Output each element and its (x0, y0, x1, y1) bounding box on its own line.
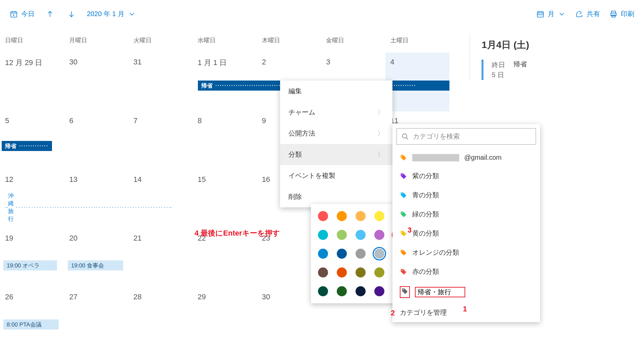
tag-icon (400, 154, 407, 161)
color-swatch[interactable] (318, 211, 328, 221)
color-swatch[interactable] (318, 249, 328, 259)
category-search[interactable]: カテゴリを検索 (396, 128, 536, 145)
date-number: 19 (5, 234, 13, 242)
contextmenu-item-編集[interactable]: 編集 (280, 81, 392, 102)
color-swatch[interactable] (356, 230, 366, 240)
calendar-cell[interactable]: 12 月 29 日 (0, 53, 64, 111)
svg-rect-1 (537, 12, 543, 17)
color-swatch[interactable] (356, 249, 366, 259)
color-swatch[interactable] (318, 286, 328, 296)
contextmenu-label: 編集 (288, 87, 302, 96)
calendar-cell[interactable]: 14 (128, 170, 193, 229)
color-swatch[interactable] (374, 267, 384, 278)
contextmenu-item-分類[interactable]: 分類〉 (280, 144, 392, 165)
redacted-email (412, 154, 459, 161)
calendar-cell[interactable]: 15 (193, 170, 257, 229)
view-selector[interactable]: 月 (532, 7, 571, 21)
date-number: 9 (262, 116, 266, 125)
annotation-3: 3 (408, 226, 412, 235)
calendar-cell[interactable]: 20 (64, 229, 128, 288)
today-icon (10, 10, 18, 18)
tag-icon (400, 211, 407, 218)
color-swatch[interactable] (374, 230, 384, 240)
color-swatch[interactable] (318, 267, 328, 278)
category-item[interactable]: 青の分類 (392, 186, 540, 205)
event-detail-panel: 1月4日 (土) 終日 5 日 帰省 (470, 34, 627, 80)
calendar-cell[interactable]: 7 (128, 111, 193, 170)
color-swatch[interactable] (337, 286, 347, 296)
color-swatch[interactable] (337, 211, 347, 221)
share-button[interactable]: 共有 (571, 7, 605, 21)
color-swatch[interactable] (374, 211, 384, 221)
calendar-cell[interactable]: 28 (128, 288, 193, 346)
category-new-row[interactable] (392, 281, 540, 303)
detail-date: 1月4日 (土) (482, 39, 627, 51)
category-label: 緑の分類 (412, 210, 439, 219)
print-button[interactable]: 印刷 (605, 7, 639, 21)
calendar-cell[interactable]: 26 (0, 288, 64, 346)
calendar-cell[interactable]: 29 (193, 288, 257, 346)
color-swatch[interactable] (318, 230, 328, 240)
svg-rect-2 (611, 11, 615, 13)
date-number: 3 (326, 58, 330, 66)
event-title: 19:00 食事会 (71, 262, 104, 269)
color-swatch[interactable] (337, 230, 347, 240)
event-kisei-2[interactable]: 帰省 (2, 141, 52, 151)
calendar-cell[interactable]: 13 (64, 170, 128, 229)
date-number: 31 (133, 58, 142, 66)
color-swatch[interactable] (374, 286, 384, 296)
calendar-cell[interactable]: 8 (193, 111, 257, 170)
calendar-cell[interactable]: 27 (64, 288, 128, 346)
chevron-down-icon (558, 10, 566, 18)
date-number: 30 (262, 293, 270, 301)
color-swatch[interactable] (374, 249, 384, 259)
svg-point-9 (401, 212, 402, 213)
calendar-cell[interactable]: 19 (0, 229, 64, 288)
color-swatch[interactable] (356, 267, 366, 278)
contextmenu-label: 削除 (288, 192, 302, 201)
calendar-cell[interactable]: 30 (64, 53, 128, 111)
date-number: 1 月 1 日 (198, 58, 227, 67)
category-item[interactable]: 緑の分類 (392, 205, 540, 224)
calendar-toolbar: 今日 2020 年 1 月 月 共有 印刷 (0, 0, 644, 28)
event-okinawa[interactable]: 沖縄旅行 ···································… (2, 202, 121, 212)
category-item[interactable]: 赤の分類 (392, 262, 540, 281)
date-number: 30 (69, 58, 77, 66)
contextmenu-item-公開方法[interactable]: 公開方法〉 (280, 123, 392, 144)
contextmenu-item-チャーム[interactable]: チャーム〉 (280, 102, 392, 123)
svg-point-6 (401, 156, 402, 157)
color-swatch[interactable] (337, 249, 347, 259)
calendar-cell[interactable]: 6 (64, 111, 128, 170)
new-category-input[interactable] (415, 287, 465, 297)
color-swatch[interactable] (337, 267, 347, 278)
today-button[interactable]: 今日 (5, 7, 39, 21)
contextmenu-item-イベントを複製[interactable]: イベントを複製 (280, 165, 392, 186)
category-account[interactable]: @gmail.com (392, 149, 540, 166)
event-context-menu: 編集チャーム〉公開方法〉分類〉イベントを複製削除 (280, 81, 392, 207)
category-item[interactable]: オレンジの分類 (392, 243, 540, 262)
event-opera[interactable]: 19:00 オペラ (3, 260, 57, 270)
event-dinner[interactable]: 19:00 食事会 (68, 260, 123, 270)
month-selector[interactable]: 2020 年 1 月 (82, 7, 141, 21)
share-icon (575, 10, 583, 18)
category-label: 黄の分類 (412, 229, 439, 238)
weekday-header: 土曜日 (385, 28, 449, 53)
category-item[interactable]: 紫の分類 (392, 166, 540, 186)
detail-row[interactable]: 終日 5 日 帰省 (482, 60, 627, 80)
new-category-tag[interactable] (400, 286, 410, 298)
color-swatch[interactable] (356, 211, 366, 221)
weekday-header: 金曜日 (321, 28, 385, 53)
calendar-cell[interactable]: 21 (128, 229, 193, 288)
svg-point-12 (401, 270, 402, 271)
category-item[interactable]: 黄の分類 (392, 224, 540, 243)
calendar-cell[interactable]: 31 (128, 53, 193, 111)
svg-point-10 (401, 232, 402, 233)
date-number: 13 (69, 175, 77, 184)
share-label: 共有 (587, 9, 600, 18)
next-month-button[interactable] (61, 7, 82, 21)
svg-point-8 (401, 193, 402, 194)
prev-month-button[interactable] (39, 7, 61, 21)
color-swatch[interactable] (356, 286, 366, 296)
event-pta[interactable]: 8:00 PTA会議 (3, 319, 59, 330)
weekday-header: 水曜日 (193, 28, 257, 53)
